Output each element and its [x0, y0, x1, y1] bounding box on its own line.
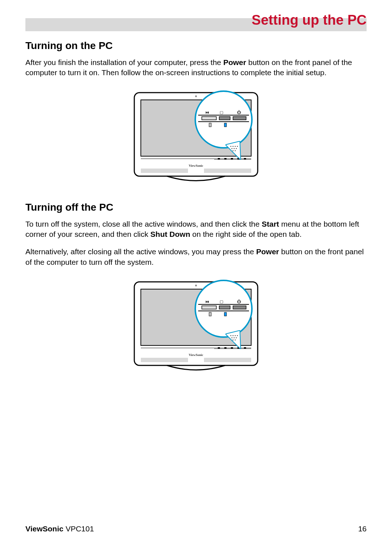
page-number: 16 — [358, 524, 367, 533]
svg-rect-71 — [219, 306, 230, 309]
svg-rect-6 — [224, 158, 226, 159]
svg-rect-29 — [219, 117, 230, 120]
svg-rect-70 — [202, 306, 216, 309]
svg-point-39 — [234, 148, 235, 149]
footer-brand: ViewSonic — [25, 524, 64, 533]
svg-point-35 — [233, 146, 234, 147]
svg-text:▢: ▢ — [220, 110, 223, 114]
svg-rect-9 — [244, 158, 246, 159]
svg-point-83 — [233, 340, 234, 341]
svg-text:▢: ▢ — [220, 299, 223, 304]
svg-point-80 — [232, 337, 233, 339]
svg-point-37 — [237, 146, 238, 147]
svg-rect-28 — [202, 117, 216, 120]
svg-point-38 — [232, 148, 233, 149]
svg-point-44 — [195, 285, 197, 287]
text-fragment: Alternatively, after closing all the act… — [25, 247, 256, 256]
svg-rect-48 — [218, 347, 220, 349]
svg-point-77 — [233, 335, 234, 336]
svg-rect-33 — [224, 123, 226, 127]
heading-turning-off: Turning off the PC — [25, 202, 367, 213]
svg-rect-5 — [218, 158, 220, 159]
svg-point-84 — [235, 340, 236, 341]
svg-rect-52 — [244, 347, 246, 349]
text-fragment: To turn off the system, close all the ac… — [25, 220, 262, 228]
svg-point-82 — [236, 337, 237, 339]
svg-text:⏮: ⏮ — [205, 299, 209, 304]
svg-point-81 — [234, 337, 235, 339]
svg-point-78 — [235, 335, 236, 336]
chapter-title: Setting up the PC — [252, 12, 367, 28]
svg-rect-74 — [209, 312, 211, 316]
figure-turning-off: ViewSonic ⏮ ▢ ⏻ — [25, 278, 367, 376]
svg-rect-75 — [224, 312, 226, 316]
svg-rect-49 — [224, 347, 226, 349]
bold-power-2: Power — [256, 247, 279, 256]
svg-text:⏻: ⏻ — [237, 110, 241, 114]
footer-model: VPC101 — [66, 524, 94, 533]
text-fragment: After you finish the installation of you… — [25, 58, 223, 66]
svg-text:⏻: ⏻ — [237, 299, 241, 304]
svg-point-42 — [235, 150, 236, 151]
svg-point-79 — [237, 335, 238, 336]
footer-left: ViewSonicVPC101 — [25, 524, 94, 533]
pc-monitor-illustration: ViewSonic ⏮ ▢ ⏻ — [131, 89, 261, 187]
paragraph-turning-off-2: Alternatively, after closing all the act… — [25, 247, 367, 267]
svg-point-40 — [236, 148, 237, 149]
paragraph-turning-off-1: To turn off the system, close all the ac… — [25, 219, 367, 240]
bold-start: Start — [262, 220, 279, 228]
page-footer: ViewSonicVPC101 16 — [25, 524, 367, 533]
figure-brand-label: ViewSonic — [189, 164, 203, 167]
svg-point-36 — [235, 146, 236, 147]
pc-monitor-illustration-2: ViewSonic ⏮ ▢ ⏻ — [131, 278, 261, 376]
svg-rect-7 — [231, 158, 233, 159]
bold-power: Power — [223, 58, 246, 66]
bold-shutdown: Shut Down — [150, 230, 190, 238]
svg-rect-72 — [233, 306, 246, 309]
svg-rect-50 — [231, 347, 233, 349]
svg-rect-30 — [233, 117, 246, 120]
figure-turning-on: ViewSonic ⏮ ▢ ⏻ — [25, 89, 367, 187]
text-fragment: on the right side of the open tab. — [190, 230, 302, 238]
svg-point-76 — [230, 335, 232, 336]
svg-point-1 — [195, 95, 197, 97]
svg-point-41 — [233, 150, 234, 151]
svg-rect-32 — [209, 123, 211, 127]
heading-turning-on: Turning on the PC — [25, 40, 367, 52]
paragraph-turning-on: After you finish the installation of you… — [25, 57, 367, 78]
figure-brand-label-2: ViewSonic — [189, 353, 203, 357]
header-bar: Setting up the PC — [25, 18, 367, 31]
svg-text:⏮: ⏮ — [205, 110, 209, 114]
svg-point-34 — [230, 146, 232, 147]
